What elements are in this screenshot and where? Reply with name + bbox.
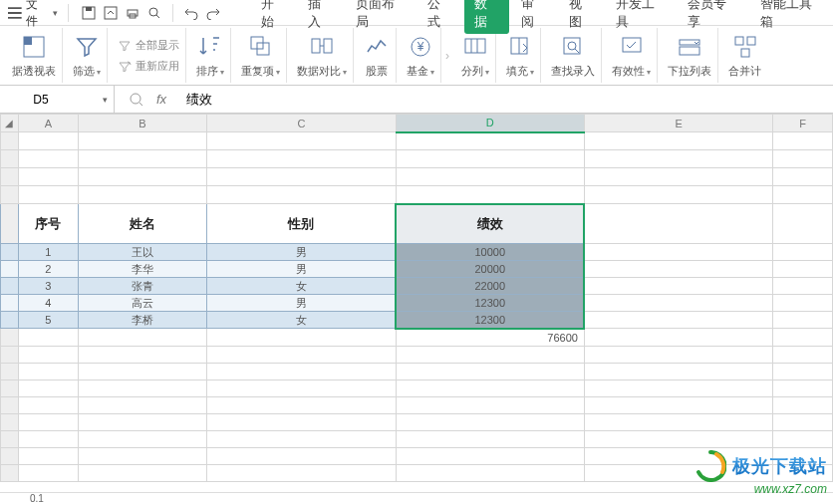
filter-group[interactable]: 筛选▾ xyxy=(67,28,108,83)
hdr-gender[interactable]: 性别 xyxy=(207,204,396,244)
quick-access-toolbar xyxy=(81,4,221,22)
dedup-icon xyxy=(248,32,274,62)
cell-score[interactable]: 10000 xyxy=(396,244,584,261)
consolidate-group[interactable]: 合并计 xyxy=(722,28,767,83)
dropdown-group[interactable]: 下拉列表 xyxy=(662,28,718,83)
hdr-seq[interactable]: 序号 xyxy=(18,204,78,244)
table-row: 1 王以 男 10000 xyxy=(1,244,833,261)
separator xyxy=(172,4,173,22)
search-icon[interactable] xyxy=(129,92,144,108)
col-A[interactable]: A xyxy=(18,115,78,132)
tab-member[interactable]: 会员专享 xyxy=(678,0,747,34)
table-row: 5 李桥 女 12300 xyxy=(1,312,833,329)
stock-group[interactable]: 股票 xyxy=(358,28,397,83)
save-as-icon[interactable] xyxy=(103,5,119,21)
chevron-right-icon[interactable]: › xyxy=(445,49,451,63)
separator xyxy=(68,4,69,22)
col-C[interactable]: C xyxy=(207,115,396,132)
svg-point-17 xyxy=(568,42,576,50)
fill-icon xyxy=(507,32,533,62)
sum-cell[interactable]: 76600 xyxy=(396,329,584,347)
formula-input[interactable] xyxy=(180,86,833,113)
print-icon[interactable] xyxy=(125,5,140,21)
preview-icon[interactable] xyxy=(146,5,162,21)
pivot-icon xyxy=(21,32,47,62)
split-group[interactable]: 分列▾ xyxy=(455,28,496,83)
table-row: 3 张青 女 22000 xyxy=(1,278,833,295)
pivot-group[interactable]: 据透视表 xyxy=(6,28,63,83)
save-icon[interactable] xyxy=(81,5,97,21)
dedup-group[interactable]: 重复项▾ xyxy=(235,28,287,83)
split-icon xyxy=(462,32,488,62)
top-bar: 文件 ▾ 开始 插入 页面布局 公式 数据 审阅 视图 开发工具 会员专享 智能… xyxy=(0,0,833,26)
sum-row: 76600 xyxy=(1,329,833,347)
validate-group[interactable]: 有效性▾ xyxy=(606,28,658,83)
stock-icon xyxy=(364,32,390,62)
grid-table: ◢ A B C D E F 序号 姓名 性别 绩效 1 王以 男 10000 2… xyxy=(0,114,833,482)
svg-text:¥: ¥ xyxy=(416,40,424,54)
fund-label: 基金▾ xyxy=(407,64,434,79)
undo-icon[interactable] xyxy=(183,6,199,20)
row-4 xyxy=(1,186,833,204)
col-D[interactable]: D xyxy=(396,115,584,132)
svg-rect-7 xyxy=(24,37,32,45)
cell-name[interactable]: 王以 xyxy=(78,244,207,261)
col-F[interactable]: F xyxy=(773,115,833,132)
lookup-group[interactable]: 查找录入 xyxy=(545,28,602,83)
compare-group[interactable]: 数据对比▾ xyxy=(291,28,354,83)
tab-review[interactable]: 审阅 xyxy=(511,0,556,34)
tab-start[interactable]: 开始 xyxy=(251,0,296,34)
status-value: 0.1 xyxy=(30,493,44,504)
pivot-label: 据透视表 xyxy=(12,64,56,79)
ribbon: 据透视表 筛选▾ 全部显示 重新应用 排序▾ 重复项▾ 数据对比▾ xyxy=(0,26,833,86)
name-box[interactable]: ▾ xyxy=(0,86,115,113)
hdr-score[interactable]: 绩效 xyxy=(396,204,584,244)
tab-formula[interactable]: 公式 xyxy=(417,0,462,34)
validate-label: 有效性▾ xyxy=(612,64,651,79)
cell-seq[interactable]: 1 xyxy=(18,244,78,261)
split-label: 分列▾ xyxy=(461,64,489,79)
svg-rect-10 xyxy=(312,39,320,53)
tab-insert[interactable]: 插入 xyxy=(298,0,343,34)
menu-icon xyxy=(8,7,22,19)
filter-icon xyxy=(74,32,100,62)
cell-gender[interactable]: 男 xyxy=(207,244,396,261)
corner-cell[interactable]: ◢ xyxy=(1,115,19,132)
table-row: 2 李华 男 20000 xyxy=(1,261,833,278)
svg-rect-23 xyxy=(741,49,749,57)
svg-rect-21 xyxy=(735,37,743,45)
show-all[interactable]: 全部显示 xyxy=(118,38,179,53)
fill-group[interactable]: 填充▾ xyxy=(500,28,541,83)
redo-icon[interactable] xyxy=(205,6,221,20)
compare-label: 数据对比▾ xyxy=(297,64,347,79)
stock-label: 股票 xyxy=(366,64,388,79)
ribbon-tabs: 开始 插入 页面布局 公式 数据 审阅 视图 开发工具 会员专享 智能工具箱 xyxy=(251,0,833,25)
tab-view[interactable]: 视图 xyxy=(559,0,604,34)
column-headers: ◢ A B C D E F xyxy=(1,115,833,132)
tab-dev[interactable]: 开发工具 xyxy=(606,0,676,34)
caret-down-icon[interactable]: ▾ xyxy=(103,95,108,105)
tab-layout[interactable]: 页面布局 xyxy=(346,0,416,34)
row-2 xyxy=(1,150,833,168)
svg-rect-2 xyxy=(105,7,117,19)
compare-icon xyxy=(309,32,335,62)
cell-reference-input[interactable] xyxy=(6,93,76,107)
tab-data[interactable]: 数据 xyxy=(464,0,509,34)
fund-group[interactable]: ¥ 基金▾ xyxy=(401,28,441,83)
sort-group[interactable]: 排序▾ xyxy=(190,28,231,83)
col-E[interactable]: E xyxy=(584,115,772,132)
svg-rect-18 xyxy=(623,38,641,52)
caret-down-icon: ▾ xyxy=(53,8,58,18)
row-5-hdr[interactable] xyxy=(1,204,19,244)
col-B[interactable]: B xyxy=(78,115,207,132)
svg-rect-1 xyxy=(86,7,92,11)
status-bar: 0.1 xyxy=(0,492,833,504)
svg-rect-14 xyxy=(465,39,485,53)
reapply[interactable]: 重新应用 xyxy=(118,59,179,74)
spreadsheet[interactable]: ◢ A B C D E F 序号 姓名 性别 绩效 1 王以 男 10000 2… xyxy=(0,114,833,504)
hdr-name[interactable]: 姓名 xyxy=(78,204,207,244)
file-menu[interactable]: 文件 ▾ xyxy=(2,0,64,32)
fx-icon[interactable]: fx xyxy=(156,92,166,107)
svg-point-24 xyxy=(131,94,140,104)
tab-tools[interactable]: 智能工具箱 xyxy=(750,0,833,34)
